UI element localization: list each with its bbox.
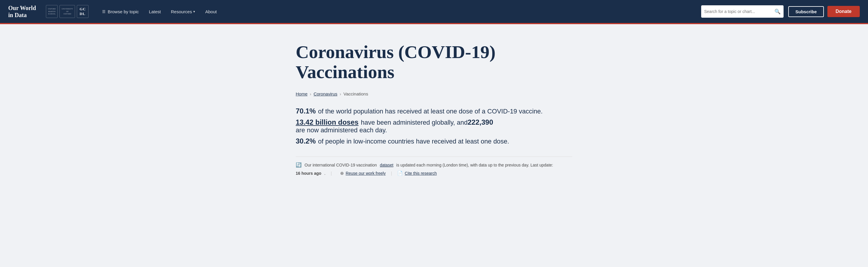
- stat-1-highlight: 70.1%: [296, 107, 316, 115]
- stat-1-text: of the world population has received at …: [318, 108, 542, 115]
- breadcrumb: Home › Coronavirus › Vaccinations: [296, 91, 572, 96]
- footer-end-text: .: [324, 171, 326, 176]
- browse-by-topic-link[interactable]: ☰ Browse by topic: [98, 7, 143, 17]
- oxford-martin-logo: OXFORDMARTINSCHOOL: [46, 5, 58, 18]
- breadcrumb-sep-2: ›: [340, 92, 341, 96]
- list-icon: ☰: [102, 9, 105, 14]
- breadcrumb-current: Vaccinations: [343, 91, 368, 96]
- stat-3-text: of people in low-income countries have r…: [318, 138, 509, 145]
- footer-main-text: Our international COVID-19 vaccination: [305, 163, 377, 167]
- nav-links: ☰ Browse by topic Latest Resources ▾ Abo…: [98, 7, 701, 17]
- dataset-link[interactable]: dataset: [380, 163, 393, 167]
- stat-2-text-1: have been administered globally, and: [361, 119, 468, 127]
- breadcrumb-coronavirus[interactable]: Coronavirus: [314, 91, 338, 96]
- donate-button[interactable]: Donate: [827, 6, 860, 17]
- page-title: Coronavirus (COVID-19) Vaccinations: [296, 42, 572, 82]
- reuse-link[interactable]: Reuse our work freely: [346, 171, 386, 176]
- breadcrumb-sep-1: ›: [310, 92, 311, 96]
- about-link[interactable]: About: [201, 7, 221, 17]
- main-content: Coronavirus (COVID-19) Vaccinations Home…: [243, 24, 625, 185]
- footer-note: 🔄 Our international COVID-19 vaccination…: [296, 157, 572, 176]
- search-bar[interactable]: 🔍: [701, 5, 783, 18]
- footer-separator-2: |: [391, 171, 392, 176]
- last-update: 16 hours ago: [296, 171, 321, 176]
- stat-2-highlight-doses: 13.42 billion doses: [296, 118, 359, 127]
- chevron-down-icon: ▾: [193, 10, 195, 14]
- breadcrumb-home[interactable]: Home: [296, 91, 308, 96]
- gcdl-logo: GCDL: [77, 5, 89, 18]
- stat-row-3: 30.2% of people in low-income countries …: [296, 137, 572, 145]
- stat-row-1: 70.1% of the world population has receiv…: [296, 107, 572, 115]
- footer-separator-1: |: [331, 171, 332, 176]
- refresh-icon: 🔄: [296, 162, 302, 168]
- stats-section: 70.1% of the world population has receiv…: [296, 107, 572, 145]
- stat-row-2: 13.42 billion doses have been administer…: [296, 118, 572, 134]
- subscribe-button[interactable]: Subscribe: [788, 6, 824, 17]
- oxford-uni-logo: UNIVERSITYOFOXFORD: [59, 5, 75, 18]
- footer-middle-text: is updated each morning (London time), w…: [396, 163, 553, 167]
- reuse-section: ⊕ Reuse our work freely: [340, 171, 386, 176]
- search-icon: 🔍: [774, 8, 781, 15]
- stat-2-text-2: are now administered each day.: [296, 127, 387, 134]
- partner-logos: OXFORDMARTINSCHOOL UNIVERSITYOFOXFORD GC…: [46, 5, 89, 18]
- resources-link[interactable]: Resources ▾: [167, 7, 199, 17]
- stat-3-highlight: 30.2%: [296, 137, 316, 145]
- site-logo[interactable]: Our World in Data: [8, 4, 41, 19]
- cc-icon: ⊕: [340, 171, 344, 176]
- latest-link[interactable]: Latest: [145, 7, 165, 17]
- cite-link[interactable]: Cite this research: [405, 171, 437, 176]
- search-input[interactable]: [704, 9, 774, 14]
- navigation: Our World in Data OXFORDMARTINSCHOOL UNI…: [0, 0, 868, 23]
- cite-section: 📄 Cite this research: [397, 171, 437, 176]
- document-icon: 📄: [397, 171, 403, 176]
- stat-2-highlight-daily: 222,390: [468, 118, 493, 127]
